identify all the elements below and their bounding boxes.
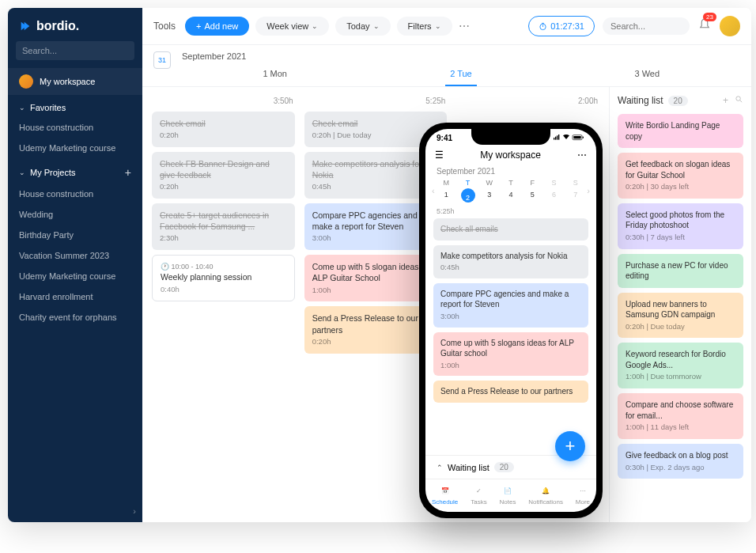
calendar-icon[interactable]: 31 <box>153 51 171 69</box>
phone-daynum[interactable]: 6 <box>544 188 564 203</box>
phone-task-card[interactable]: Send a Press Release to our partners <box>433 381 588 403</box>
prev-week-icon[interactable]: ‹ <box>430 186 437 195</box>
waiting-card[interactable]: Get feedback on slogan ideas for Guitar … <box>618 153 743 199</box>
sidebar: bordio. My workspace ⌄ Favorites House c… <box>8 8 142 522</box>
add-waiting-icon[interactable]: + <box>723 95 728 106</box>
user-avatar[interactable] <box>720 16 740 36</box>
phone-daynum[interactable]: 2 <box>461 188 475 203</box>
view-dropdown[interactable]: Week view⌄ <box>255 17 329 36</box>
sidebar-project-item[interactable]: Vacation Summer 2023 <box>8 245 142 266</box>
phone-weekday: T <box>458 179 478 187</box>
waiting-card[interactable]: Give feedback on a blog post0:30h | Exp.… <box>618 444 743 479</box>
svg-point-7 <box>736 97 741 101</box>
logo: bordio. <box>8 8 142 41</box>
phone-weekday: T <box>501 179 520 187</box>
sidebar-project-item[interactable]: Wedding <box>8 204 142 225</box>
day-tab[interactable]: 2 Tue <box>368 64 554 86</box>
workspace-selector[interactable]: My workspace <box>8 68 142 95</box>
phone-more-icon[interactable]: ⋯ <box>577 150 587 161</box>
phone-tab-tasks[interactable]: ✓Tasks <box>471 484 486 506</box>
waiting-card[interactable]: Keyword research for Bordio Google Ads..… <box>618 343 743 388</box>
tools-label: Tools <box>153 21 176 32</box>
sidebar-project-item[interactable]: Birthday Party <box>8 225 142 245</box>
waiting-card[interactable]: Write Bordio Landing Page copy <box>618 114 743 148</box>
phone-hours: 5:25h <box>425 204 596 218</box>
svg-rect-11 <box>557 135 558 139</box>
phone-weekday: S <box>544 179 564 187</box>
add-project-icon[interactable]: + <box>125 166 131 179</box>
column-hours: 2:00h <box>456 93 599 112</box>
waiting-card[interactable]: Select good photos from the Friday photo… <box>618 203 743 249</box>
calendar-header: 31 September 2021 1 Mon2 Tue3 Wed <box>142 45 751 87</box>
day-tab[interactable]: 3 Wed <box>554 64 740 86</box>
phone-mockup: 9:41 ☰ My workspace ⋯ September 2021 ‹ M… <box>419 123 603 518</box>
waiting-card[interactable]: Upload new banners to Samsung GDN campai… <box>618 293 743 339</box>
search-icon[interactable] <box>735 95 743 104</box>
svg-rect-14 <box>573 136 580 138</box>
phone-tab-more[interactable]: ⋯More <box>576 484 590 506</box>
phone-tab-notes[interactable]: 📄Notes <box>500 484 516 506</box>
sidebar-project-item[interactable]: Udemy Marketing course <box>8 266 142 286</box>
phone-notch <box>471 129 550 145</box>
phone-task-card[interactable]: Compare PPC agencies and make a report f… <box>433 283 588 328</box>
phone-tab-schedule[interactable]: 📅Schedule <box>432 484 458 506</box>
day-tab[interactable]: 1 Mon <box>182 64 368 86</box>
waiting-card[interactable]: Compare and choose software for email...… <box>618 393 743 439</box>
chevron-down-icon: ⌄ <box>19 169 25 176</box>
waiting-count: 20 <box>668 96 688 106</box>
task-card[interactable]: Check email0:20h <box>152 112 295 147</box>
phone-month: September 2021 <box>425 165 596 177</box>
phone-fab-add[interactable]: + <box>555 431 585 461</box>
more-icon: ⋯ <box>576 484 589 497</box>
task-card[interactable]: Check FB Banner Design and give feedback… <box>152 152 295 199</box>
task-card[interactable]: 🕐 10:00 - 10:40Weekly planning session0:… <box>152 255 295 301</box>
notification-badge: 23 <box>703 13 716 21</box>
column-hours: 3:50h <box>152 93 295 112</box>
sidebar-project-item[interactable]: Harvard enrollment <box>8 286 142 307</box>
next-week-icon[interactable]: › <box>585 186 592 195</box>
phone-daynum[interactable]: 4 <box>501 188 520 203</box>
hamburger-icon[interactable]: ☰ <box>435 150 444 161</box>
waiting-list-panel: Waiting list 20 + Write Bordio Landing P… <box>609 87 751 522</box>
phone-task-card[interactable]: Check all emails <box>433 218 588 241</box>
notifications-icon: 🔔 <box>539 484 552 497</box>
more-menu[interactable]: ⋯ <box>459 20 471 32</box>
sidebar-favorite-item[interactable]: House construction <box>8 117 142 138</box>
notifications-button[interactable]: 23 <box>697 17 712 35</box>
svg-rect-12 <box>558 134 559 140</box>
phone-daynum[interactable]: 7 <box>565 188 585 203</box>
waiting-list-title: Waiting list <box>618 95 663 106</box>
sidebar-collapse[interactable]: › <box>8 500 142 522</box>
svg-rect-15 <box>583 137 584 138</box>
task-card[interactable]: Create 5+ target audiences in Facebook f… <box>152 203 295 250</box>
stopwatch-icon <box>539 22 547 31</box>
phone-daynum[interactable]: 5 <box>523 188 542 203</box>
sidebar-search[interactable] <box>16 41 134 60</box>
phone-daynum[interactable]: 3 <box>479 188 499 203</box>
notes-icon: 📄 <box>501 484 514 497</box>
phone-weekday: W <box>479 179 499 187</box>
phone-weekday: M <box>437 179 456 187</box>
svg-rect-9 <box>554 138 554 140</box>
sidebar-project-item[interactable]: Charity event for orphans <box>8 307 142 328</box>
sidebar-favorite-item[interactable]: Udemy Marketing course <box>8 138 142 158</box>
month-label: September 2021 <box>182 51 740 61</box>
waiting-card[interactable]: Purchase a new PC for video editing <box>618 254 743 288</box>
phone-task-card[interactable]: Come up with 5 slogans ideas for ALP Gui… <box>433 332 588 377</box>
sidebar-search-input[interactable] <box>22 46 131 55</box>
filters-dropdown[interactable]: Filters⌄ <box>397 17 452 36</box>
column-hours: 5:25h <box>304 93 448 112</box>
day-column: 3:50hCheck email0:20hCheck FB Banner Des… <box>147 93 300 516</box>
today-dropdown[interactable]: Today⌄ <box>335 17 390 36</box>
phone-tab-notifications[interactable]: 🔔Notifications <box>528 484 563 506</box>
phone-tabbar: 📅Schedule✓Tasks📄Notes🔔Notifications⋯More <box>425 479 596 512</box>
add-new-button[interactable]: +Add new <box>185 17 249 36</box>
sidebar-project-item[interactable]: House construction <box>8 184 142 204</box>
toolbar-search[interactable] <box>603 17 690 35</box>
phone-daynum[interactable]: 1 <box>437 188 456 203</box>
toolbar: Tools +Add new Week view⌄ Today⌄ Filters… <box>142 8 751 45</box>
projects-header[interactable]: ⌄ My Projects + <box>8 158 142 184</box>
timer-button[interactable]: 01:27:31 <box>528 16 595 36</box>
favorites-header[interactable]: ⌄ Favorites <box>8 95 142 117</box>
phone-task-card[interactable]: Make competitors analysis for Nokia0:45h <box>433 245 588 278</box>
